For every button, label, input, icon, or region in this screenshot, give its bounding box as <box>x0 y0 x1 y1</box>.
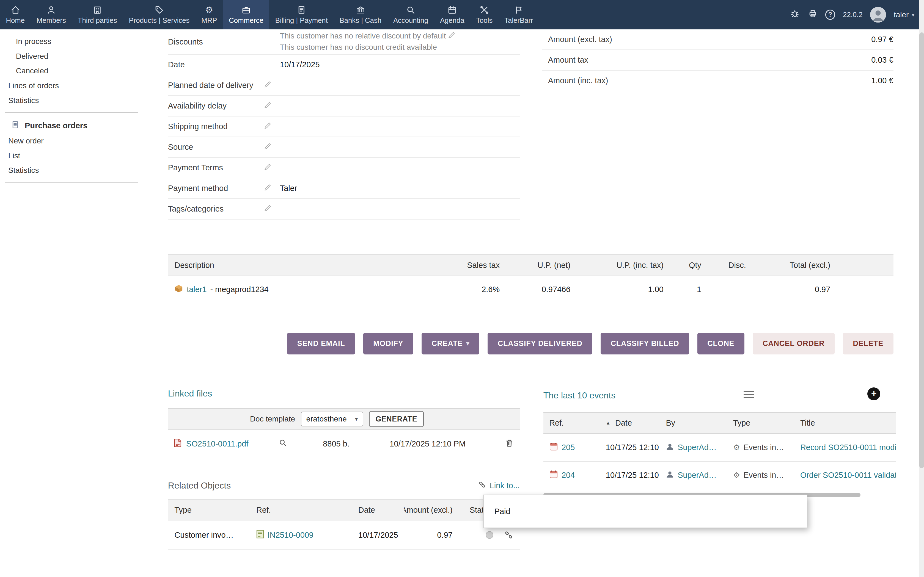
events-table: Ref. ▲Date By Type Title 205 10/17/25 12… <box>543 412 896 489</box>
related-ref-link[interactable]: IN2510-0009 <box>268 530 313 540</box>
edit-pencil-icon[interactable] <box>264 163 272 172</box>
calendar-event-icon <box>549 442 558 453</box>
help-icon[interactable]: ? <box>825 10 835 19</box>
app-window: Home Members Third parties Products | Se… <box>0 0 924 577</box>
edit-pencil-icon[interactable] <box>264 101 272 111</box>
col-date[interactable]: ▲Date <box>600 419 660 427</box>
nav-products-services[interactable]: Products | Services <box>123 0 195 29</box>
tooltip-text: Paid <box>494 507 510 516</box>
table-row: 204 10/17/25 12:10 PM SuperAd… ⚙Events i… <box>543 462 896 489</box>
file-link[interactable]: SO2510-0011.pdf <box>186 439 248 448</box>
user-menu[interactable]: taler ▾ <box>894 10 915 19</box>
nav-commerce[interactable]: Commerce <box>223 0 270 29</box>
briefcase-icon <box>241 5 251 15</box>
edit-pencil-icon[interactable] <box>264 81 272 90</box>
product-link[interactable]: taler1 <box>187 285 207 294</box>
sidebar: In process Delivered Canceled Lines of o… <box>0 29 143 577</box>
event-ref-link[interactable]: 205 <box>562 443 575 452</box>
classify-delivered-button[interactable]: CLASSIFY DELIVERED <box>488 333 592 355</box>
sidebar-section-purchase-orders[interactable]: Purchase orders <box>0 118 143 134</box>
vertical-scrollbar[interactable] <box>919 0 924 577</box>
cell-up-inc: 1.00 <box>575 285 668 294</box>
event-title-link[interactable]: Order SO2510-0011 validate <box>795 471 896 480</box>
link-icon <box>478 480 486 491</box>
tools-icon <box>479 5 489 15</box>
menu-icon[interactable] <box>744 391 753 398</box>
action-buttons: SEND EMAIL MODIFY CREATE▾ CLASSIFY DELIV… <box>168 333 893 355</box>
bug-icon[interactable] <box>790 8 800 21</box>
total-row-excl-tax: Amount (excl. tax) 0.97 € <box>542 29 893 50</box>
sidebar-item-list[interactable]: List <box>0 148 143 163</box>
link-to-button[interactable]: Link to... <box>478 480 520 491</box>
payment-method-value: Taler <box>280 184 520 193</box>
vertical-scrollbar-thumb[interactable] <box>919 32 924 468</box>
nav-agenda[interactable]: Agenda <box>434 0 470 29</box>
trash-icon[interactable] <box>505 438 514 449</box>
edit-pencil-icon[interactable] <box>264 184 272 193</box>
nav-label: Products | Services <box>129 16 190 24</box>
main-menu: Home Members Third parties Products | Se… <box>0 0 539 29</box>
clone-button[interactable]: CLONE <box>698 333 745 355</box>
sidebar-item-in-process[interactable]: In process <box>0 34 143 49</box>
cancel-order-button[interactable]: CANCEL ORDER <box>753 333 835 355</box>
nav-accounting[interactable]: Accounting <box>387 0 434 29</box>
status-tooltip: Paid <box>483 495 808 528</box>
delete-button[interactable]: DELETE <box>843 333 893 355</box>
preview-magnifier-icon[interactable] <box>279 439 323 449</box>
nav-home[interactable]: Home <box>0 0 31 29</box>
generate-button[interactable]: GENERATE <box>369 411 424 427</box>
field-row-source: Source <box>168 137 520 158</box>
sidebar-item-lines-of-orders[interactable]: Lines of orders <box>0 78 143 93</box>
col-sales-tax: Sales tax <box>434 261 504 270</box>
event-date: 10/17/25 12:10 PM <box>600 471 660 480</box>
chevron-down-icon: ▾ <box>912 11 915 18</box>
sidebar-item-purchase-statistics[interactable]: Statistics <box>0 163 143 178</box>
unlink-icon[interactable] <box>498 530 520 539</box>
field-row-payment-terms: Payment Terms <box>168 158 520 178</box>
nav-label: Banks | Cash <box>339 16 381 24</box>
avatar[interactable] <box>870 7 886 23</box>
edit-pencil-icon[interactable] <box>264 142 272 152</box>
nav-members[interactable]: Members <box>31 0 72 29</box>
sidebar-item-canceled[interactable]: Canceled <box>0 63 143 78</box>
field-label: Availability delay <box>168 102 226 110</box>
related-objects-title: Related Objects <box>168 480 231 491</box>
classify-billed-button[interactable]: CLASSIFY BILLED <box>601 333 689 355</box>
sidebar-item-delivered[interactable]: Delivered <box>0 49 143 64</box>
linked-files-table: Doc template eratosthene ▾ GENERATE SO25… <box>168 408 520 458</box>
field-row-planned-delivery: Planned date of delivery <box>168 75 520 96</box>
sidebar-item-new-order[interactable]: New order <box>0 134 143 148</box>
doc-template-select[interactable]: eratosthene ▾ <box>301 412 363 426</box>
related-objects-section: Related Objects Link to... Type Ref. Dat… <box>168 480 520 550</box>
event-by-link[interactable]: SuperAd… <box>678 443 716 452</box>
print-icon[interactable] <box>808 8 817 21</box>
nav-mrp[interactable]: ⚙ MRP <box>195 0 223 29</box>
nav-third-parties[interactable]: Third parties <box>72 0 123 29</box>
edit-pencil-icon[interactable] <box>264 204 272 214</box>
sidebar-item-statistics[interactable]: Statistics <box>0 93 143 108</box>
event-by-link[interactable]: SuperAd… <box>678 471 716 480</box>
add-event-button[interactable]: + <box>867 387 880 400</box>
nav-label: Commerce <box>229 16 263 24</box>
field-row-availability-delay: Availability delay <box>168 96 520 116</box>
col-description: Description <box>168 261 434 270</box>
bank-icon <box>355 5 365 15</box>
event-title-link[interactable]: Record SO2510-0011 modifi <box>795 443 896 452</box>
field-label: Source <box>168 143 193 152</box>
nav-label: MRP <box>201 16 217 24</box>
nav-billing-payment[interactable]: Billing | Payment <box>269 0 334 29</box>
nav-talerbarr[interactable]: TalerBarr <box>499 0 539 29</box>
nav-banks-cash[interactable]: Banks | Cash <box>334 0 387 29</box>
chevron-down-icon: ▾ <box>466 340 469 347</box>
modify-button[interactable]: MODIFY <box>363 333 414 355</box>
edit-pencil-icon[interactable] <box>448 32 456 40</box>
create-button[interactable]: CREATE▾ <box>422 333 480 355</box>
tag-icon <box>154 5 164 15</box>
event-ref-link[interactable]: 204 <box>562 471 575 480</box>
nav-tools[interactable]: Tools <box>470 0 499 29</box>
edit-pencil-icon[interactable] <box>264 122 272 131</box>
sort-asc-icon: ▲ <box>606 420 611 426</box>
file-date: 10/17/2025 12:10 PM <box>385 439 505 448</box>
home-icon <box>10 5 20 15</box>
send-email-button[interactable]: SEND EMAIL <box>287 333 355 355</box>
